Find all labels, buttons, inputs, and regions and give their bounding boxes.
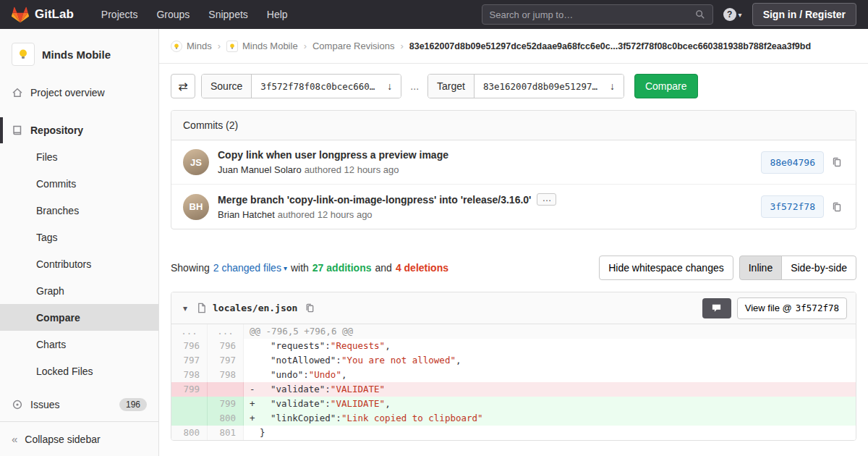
diff-added-row: 799 + "validate":"VALIDATE", bbox=[171, 397, 856, 411]
group-avatar bbox=[171, 41, 182, 52]
top-navbar: GitLab Projects Groups Snippets Help Sea… bbox=[0, 0, 868, 29]
diff-line-row: 797 797 "notAllowed":"You are not allowe… bbox=[171, 353, 856, 368]
side-by-side-view-button[interactable]: Side-by-side bbox=[781, 256, 856, 280]
copy-file-path-button[interactable] bbox=[303, 301, 317, 315]
search-input[interactable]: Search or jump to… bbox=[482, 4, 713, 25]
hide-whitespace-button[interactable]: Hide whitespace changes bbox=[599, 256, 733, 280]
inline-view-button[interactable]: Inline bbox=[739, 256, 782, 280]
sidebar-item-repository[interactable]: Repository bbox=[0, 117, 158, 143]
gitlab-home-link[interactable]: GitLab bbox=[12, 7, 74, 23]
new-line-number[interactable]: 798 bbox=[208, 368, 244, 382]
sidebar-item-files[interactable]: Files bbox=[0, 143, 158, 170]
search-placeholder: Search or jump to… bbox=[490, 9, 695, 20]
diff-hunk-row: ... ... @@ -796,5 +796,6 @@ bbox=[171, 324, 856, 339]
breadcrumb-separator: › bbox=[304, 41, 307, 51]
navbar-links: Projects Groups Snippets Help bbox=[94, 4, 295, 25]
new-line-number[interactable]: 801 bbox=[208, 426, 244, 440]
search-icon bbox=[695, 9, 705, 20]
swap-revisions-button[interactable]: ⇄ bbox=[171, 74, 195, 98]
hunk-header-text: @@ -796,5 +796,6 @@ bbox=[244, 324, 856, 339]
project-context-header[interactable]: Minds Mobile bbox=[0, 29, 158, 80]
breadcrumb-group[interactable]: Minds bbox=[171, 41, 212, 52]
diff-line-row: 796 796 "requests":"Requests", bbox=[171, 339, 856, 353]
old-line-number[interactable] bbox=[171, 411, 208, 426]
sidebar-item-label: Repository bbox=[30, 124, 83, 136]
showing-label: Showing bbox=[171, 262, 210, 274]
new-line-number[interactable]: 796 bbox=[208, 339, 244, 353]
nav-projects[interactable]: Projects bbox=[94, 4, 145, 25]
commits-panel: Commits (2) JS Copy link when user longp… bbox=[171, 110, 856, 229]
target-label: Target bbox=[428, 75, 475, 98]
dropdown-arrow-icon: ↓ bbox=[610, 80, 615, 92]
issues-icon bbox=[12, 399, 23, 410]
view-file-label: View file @ bbox=[745, 303, 792, 313]
commit-meta: Brian Hatchetauthored 12 hours ago bbox=[218, 209, 752, 220]
expand-commit-description-button[interactable]: … bbox=[537, 193, 556, 206]
file-path: locales/en.json bbox=[213, 303, 297, 313]
copy-sha-button[interactable] bbox=[830, 200, 844, 214]
collapse-sidebar-button[interactable]: « Collapse sidebar bbox=[0, 421, 158, 456]
sidebar-item-locked-files[interactable]: Locked Files bbox=[0, 358, 158, 384]
commit-meta-text: authored 12 hours ago bbox=[305, 164, 399, 175]
copy-sha-button[interactable] bbox=[830, 155, 844, 169]
source-dropdown[interactable]: 3f572f78f08c0bcec660… ↓ bbox=[252, 75, 401, 98]
source-sha: 3f572f78f08c0bcec660… bbox=[260, 81, 375, 92]
old-line-number[interactable]: 800 bbox=[171, 426, 208, 440]
project-name: Minds Mobile bbox=[42, 48, 111, 61]
old-line-number[interactable]: 797 bbox=[171, 353, 208, 368]
sidebar-item-compare[interactable]: Compare bbox=[0, 304, 158, 331]
nav-help[interactable]: Help bbox=[260, 4, 295, 25]
target-dropdown[interactable]: 83e162007d8b09e51297… ↓ bbox=[475, 75, 624, 98]
compare-button[interactable]: Compare bbox=[634, 74, 698, 98]
help-menu[interactable]: ? ▾ bbox=[723, 8, 742, 21]
breadcrumb-page-label: Compare Revisions bbox=[312, 41, 394, 51]
sidebar-item-issues[interactable]: Issues 196 bbox=[0, 392, 158, 418]
new-line-number[interactable]: 799 bbox=[208, 397, 244, 411]
repository-icon bbox=[12, 124, 23, 136]
sidebar-item-branches[interactable]: Branches bbox=[0, 197, 158, 224]
commit-title-link[interactable]: Merge branch 'copy-link-on-image-longpre… bbox=[218, 194, 531, 206]
range-dots: ... bbox=[407, 80, 422, 92]
sidebar-item-commits[interactable]: Commits bbox=[0, 170, 158, 197]
commit-row: JS Copy link when user longpress a previ… bbox=[171, 140, 856, 184]
new-line-number[interactable]: 797 bbox=[208, 353, 244, 368]
breadcrumb-sha-range: 83e162007d8b09e51297dce52daae9a68fcc6e0c… bbox=[409, 41, 811, 51]
new-line-number[interactable] bbox=[208, 382, 244, 397]
sidebar-item-contributors[interactable]: Contributors bbox=[0, 250, 158, 277]
commit-sha-link[interactable]: 88e04796 bbox=[761, 151, 824, 174]
new-line-number[interactable]: 800 bbox=[208, 411, 244, 426]
and-label: and bbox=[375, 262, 392, 274]
changed-files-dropdown[interactable]: 2 changed files ▾ bbox=[213, 262, 287, 274]
diff-summary-bar: Showing 2 changed files ▾ with 27 additi… bbox=[171, 256, 856, 280]
old-line-number[interactable]: 796 bbox=[171, 339, 208, 353]
commit-meta-text: authored 12 hours ago bbox=[278, 209, 373, 220]
old-line-number[interactable]: 798 bbox=[171, 368, 208, 382]
file-icon bbox=[196, 303, 207, 313]
commit-sha-link[interactable]: 3f572f78 bbox=[761, 195, 824, 218]
sidebar-item-tags[interactable]: Tags bbox=[0, 224, 158, 250]
sign-in-register-button[interactable]: Sign in / Register bbox=[752, 3, 856, 26]
code-line: + "linkCopied":"Link copied to clipboard… bbox=[244, 411, 856, 426]
sidebar-item-charts[interactable]: Charts bbox=[0, 331, 158, 358]
diff-added-row: 800 + "linkCopied":"Link copied to clipb… bbox=[171, 411, 856, 426]
toggle-comments-button[interactable] bbox=[702, 298, 731, 318]
project-avatar bbox=[12, 43, 35, 66]
sidebar-item-graph[interactable]: Graph bbox=[0, 277, 158, 304]
commit-author-link[interactable]: Juan Manuel Solaro bbox=[218, 164, 302, 175]
view-file-button[interactable]: View file @ 3f572f78 bbox=[737, 297, 847, 319]
breadcrumb-project[interactable]: Minds Mobile bbox=[226, 41, 298, 52]
nav-groups[interactable]: Groups bbox=[149, 4, 197, 25]
source-group: Source 3f572f78f08c0bcec660… ↓ bbox=[201, 74, 401, 98]
sidebar-item-project-overview[interactable]: Project overview bbox=[0, 80, 158, 106]
old-line-number[interactable] bbox=[171, 397, 208, 411]
collapse-file-chevron-icon[interactable]: ▾ bbox=[180, 300, 190, 316]
commit-title-link[interactable]: Copy link when user longpress a preview … bbox=[218, 149, 448, 161]
nav-snippets[interactable]: Snippets bbox=[201, 4, 255, 25]
code-line: + "validate":"VALIDATE", bbox=[244, 397, 856, 411]
commit-row: BH Merge branch 'copy-link-on-image-long… bbox=[171, 184, 856, 229]
old-line-number[interactable]: 799 bbox=[171, 382, 208, 397]
sidebar-item-label: Project overview bbox=[30, 87, 105, 98]
home-icon bbox=[12, 87, 23, 98]
commit-author-link[interactable]: Brian Hatchet bbox=[218, 209, 275, 220]
breadcrumb-compare-revisions[interactable]: Compare Revisions bbox=[312, 41, 394, 51]
